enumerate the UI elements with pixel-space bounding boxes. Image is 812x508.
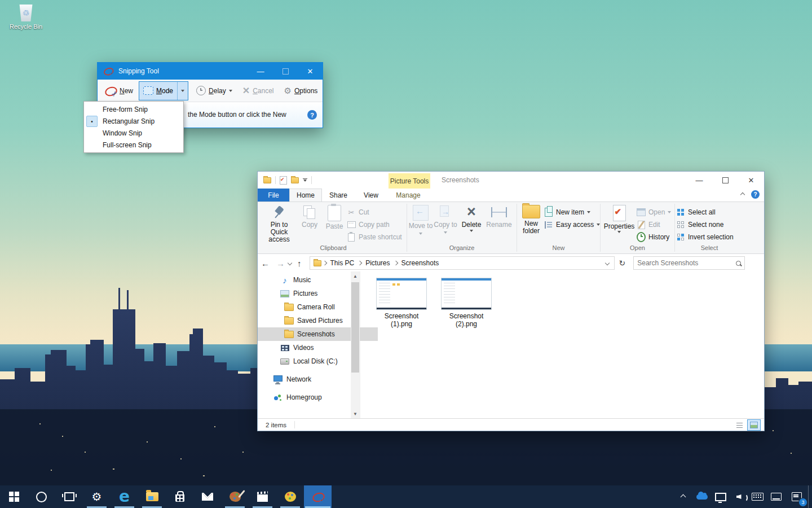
select-all-button[interactable]: Select all [676, 206, 743, 218]
mode-dropdown-arrow[interactable] [177, 82, 188, 100]
qat-properties-icon[interactable] [280, 176, 287, 185]
crumb-pictures[interactable]: Pictures [365, 259, 390, 267]
open-button[interactable]: Open [637, 206, 673, 218]
file-item-screenshot-1[interactable]: Screenshot (1).png [374, 278, 429, 328]
edit-button[interactable]: Edit [637, 218, 673, 231]
move-to-button[interactable]: Move to [408, 202, 433, 244]
show-desktop-button[interactable] [808, 485, 812, 508]
help-icon[interactable]: ? [751, 190, 760, 199]
homegroup-icon [273, 393, 283, 402]
close-button[interactable]: ✕ [298, 63, 323, 80]
collapse-ribbon-icon[interactable] [740, 192, 745, 196]
file-list[interactable]: Screenshot (1).png Screenshot (2).png [360, 271, 764, 419]
properties-button[interactable]: Properties [602, 202, 637, 244]
copy-button[interactable]: Copy [297, 202, 322, 244]
cancel-button[interactable]: ✕ Cancel [238, 82, 279, 100]
tray-overflow-button[interactable] [674, 485, 692, 508]
mode-icon [143, 86, 153, 95]
file-explorer-taskbar-button[interactable] [138, 485, 166, 508]
cut-button[interactable]: ✂Cut [347, 206, 403, 218]
crumb-this-pc[interactable]: This PC [330, 259, 355, 267]
onedrive-tray-button[interactable] [692, 485, 711, 508]
new-item-button[interactable]: New item [544, 206, 598, 218]
start-button[interactable] [0, 485, 28, 508]
search-box[interactable] [633, 256, 745, 270]
window-title: Screenshots [442, 176, 479, 184]
store-taskbar-button[interactable] [166, 485, 193, 508]
up-button[interactable]: ↑ [297, 259, 302, 268]
touchpad-tray-button[interactable] [767, 485, 785, 508]
tab-file[interactable]: File [258, 189, 289, 202]
tab-view[interactable]: View [355, 189, 387, 202]
mode-button[interactable]: Mode [139, 81, 188, 100]
copy-to-button[interactable]: Copy to [433, 202, 458, 244]
separator [407, 204, 407, 252]
menu-item-free-form-snip[interactable]: Free-form Snip [84, 103, 183, 115]
minimize-button[interactable]: — [248, 63, 273, 80]
scroll-down-icon[interactable]: ▼ [351, 409, 360, 419]
tab-manage[interactable]: Manage [387, 189, 429, 202]
file-item-screenshot-2[interactable]: Screenshot (2).png [439, 278, 493, 328]
pin-to-quick-access-button[interactable]: Pin to Quick access [261, 202, 297, 244]
snipping-tool-taskbar-button[interactable] [304, 485, 332, 508]
paint-taskbar-button[interactable] [221, 485, 249, 508]
forward-button[interactable]: → [276, 259, 285, 268]
history-button[interactable]: History [637, 231, 673, 243]
network-tray-button[interactable] [711, 485, 730, 508]
tab-share[interactable]: Share [322, 189, 355, 202]
volume-tray-button[interactable] [730, 485, 748, 508]
movies-tv-taskbar-button[interactable] [249, 485, 276, 508]
delay-button[interactable]: Delay [192, 82, 237, 100]
minimize-button[interactable]: — [686, 172, 712, 189]
details-view-button[interactable] [732, 419, 746, 431]
address-dropdown-icon[interactable] [604, 261, 609, 265]
task-view-button[interactable] [55, 485, 83, 508]
window-controls: — ✕ [686, 172, 764, 189]
paint-palette-taskbar-button[interactable] [276, 485, 304, 508]
action-center-button[interactable]: 3 [785, 485, 808, 508]
maximize-button[interactable] [273, 63, 298, 80]
refresh-icon[interactable]: ↻ [619, 259, 626, 268]
crumb-screenshots[interactable]: Screenshots [401, 259, 439, 267]
close-button[interactable]: ✕ [738, 172, 764, 189]
back-button[interactable]: ← [261, 259, 270, 268]
recycle-bin[interactable]: ♲ Recycle Bin [5, 5, 47, 30]
mail-taskbar-button[interactable] [193, 485, 221, 508]
new-folder-button[interactable]: New folder [518, 202, 544, 244]
delete-button[interactable]: × Delete [458, 202, 485, 244]
search-icon[interactable] [736, 261, 741, 266]
address-breadcrumb[interactable]: This PC Pictures Screenshots [310, 256, 615, 270]
invert-selection-button[interactable]: Invert selection [676, 231, 743, 243]
menu-item-window-snip[interactable]: Window Snip [84, 127, 183, 139]
desktop: ♲ Recycle Bin Picture Tools Screenshots … [0, 0, 812, 508]
keyboard-tray-button[interactable] [748, 485, 767, 508]
recent-locations-icon[interactable] [288, 261, 292, 265]
rename-button[interactable]: Rename [485, 202, 513, 244]
new-button[interactable]: New [100, 82, 138, 100]
select-none-button[interactable]: Select none [676, 218, 743, 231]
copy-path-button[interactable]: Copy path [347, 218, 403, 231]
large-icons-view-button[interactable] [747, 419, 761, 431]
menu-item-rectangular-snip[interactable]: •Rectangular Snip [84, 115, 183, 127]
qat-customize-button[interactable] [303, 178, 307, 182]
music-icon: ♪ [280, 275, 289, 284]
help-icon[interactable]: ? [307, 110, 317, 120]
cortana-search-button[interactable] [28, 485, 55, 508]
easy-access-button[interactable]: Easy access [544, 218, 598, 231]
edge-taskbar-button[interactable]: e [111, 485, 138, 508]
maximize-button[interactable] [712, 172, 738, 189]
paste-button[interactable]: Paste [322, 202, 347, 244]
tab-home[interactable]: Home [289, 189, 322, 202]
options-button[interactable]: ⚙ Options [280, 82, 323, 100]
mode-dropdown-menu: Free-form Snip •Rectangular Snip Window … [83, 101, 184, 153]
system-tray: 3 [674, 485, 812, 508]
paste-shortcut-button[interactable]: Paste shortcut [347, 231, 403, 243]
qat-newfolder-icon[interactable] [291, 177, 299, 183]
qat-folder-icon[interactable] [263, 177, 271, 183]
sidebar-scrollbar[interactable]: ▲ ▼ [351, 271, 360, 419]
search-input[interactable] [637, 259, 736, 267]
menu-item-full-screen-snip[interactable]: Full-screen Snip [84, 139, 183, 151]
scrollbar-thumb[interactable] [351, 282, 359, 373]
settings-taskbar-button[interactable]: ⚙ [83, 485, 111, 508]
scroll-up-icon[interactable]: ▲ [351, 271, 360, 281]
